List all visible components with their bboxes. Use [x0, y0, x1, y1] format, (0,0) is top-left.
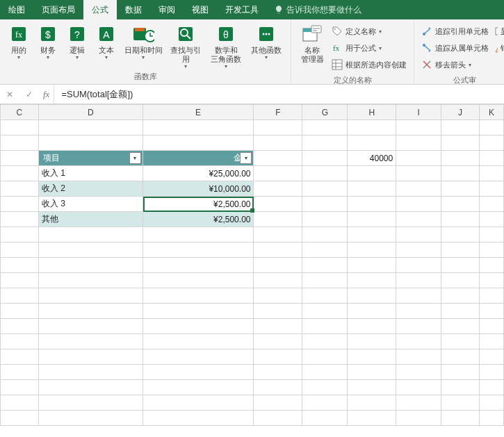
cell[interactable] — [441, 197, 480, 212]
cell[interactable] — [302, 395, 348, 411]
cell[interactable] — [396, 411, 441, 426]
cell[interactable] — [302, 319, 348, 334]
trace-precedents-button[interactable]: 追踪引用单元格 — [421, 24, 489, 39]
cell[interactable] — [302, 166, 348, 181]
cell[interactable] — [38, 227, 143, 242]
cell[interactable] — [348, 166, 396, 181]
col-header[interactable]: H — [348, 105, 396, 120]
name-manager-button[interactable]: 名称 管理器 — [295, 22, 329, 64]
cell[interactable]: 收入 3 — [38, 197, 143, 212]
cell[interactable] — [302, 197, 348, 212]
cell[interactable] — [1, 395, 39, 411]
cell[interactable] — [254, 227, 302, 242]
cell[interactable] — [254, 258, 302, 273]
cell[interactable] — [441, 349, 480, 365]
cell[interactable] — [38, 304, 143, 319]
cell[interactable]: ¥2,500.00 — [143, 212, 254, 227]
cell[interactable] — [396, 349, 441, 365]
cell[interactable] — [143, 334, 254, 349]
cell[interactable] — [302, 288, 348, 304]
cell[interactable] — [396, 181, 441, 197]
cell[interactable] — [143, 135, 254, 151]
col-header[interactable]: G — [302, 105, 348, 120]
cell[interactable] — [441, 304, 480, 319]
cell[interactable] — [1, 242, 39, 258]
cell[interactable] — [348, 349, 396, 365]
cell[interactable] — [396, 365, 441, 380]
cell[interactable] — [1, 273, 39, 288]
cell[interactable] — [396, 288, 441, 304]
define-name-button[interactable]: 定义名称▾ — [332, 24, 407, 39]
cell[interactable] — [479, 135, 503, 151]
cell[interactable] — [348, 365, 396, 380]
cell[interactable] — [1, 411, 39, 426]
cell[interactable] — [396, 227, 441, 242]
cell[interactable] — [396, 273, 441, 288]
cell[interactable] — [143, 242, 254, 258]
cell[interactable] — [348, 197, 396, 212]
cell[interactable] — [1, 304, 39, 319]
cell[interactable] — [143, 258, 254, 273]
cell[interactable] — [441, 395, 480, 411]
tab-developer[interactable]: 开发工具 — [217, 0, 267, 19]
cell[interactable] — [38, 349, 143, 365]
cell[interactable] — [441, 273, 480, 288]
cell[interactable] — [348, 334, 396, 349]
cell[interactable] — [441, 181, 480, 197]
cell[interactable] — [302, 151, 348, 166]
cell[interactable] — [441, 120, 480, 135]
cell[interactable] — [348, 380, 396, 395]
cell[interactable] — [143, 288, 254, 304]
cell[interactable]: 40000 — [348, 151, 396, 166]
cell[interactable] — [38, 135, 143, 151]
cell[interactable]: 收入 1 — [38, 166, 143, 181]
cell[interactable] — [479, 395, 503, 411]
cell[interactable] — [396, 319, 441, 334]
cell[interactable] — [479, 334, 503, 349]
cell[interactable] — [254, 395, 302, 411]
col-header[interactable]: F — [254, 105, 302, 120]
filter-button[interactable]: ▾ — [240, 152, 252, 164]
cell[interactable]: ¥10,000.00 — [143, 181, 254, 197]
cell[interactable] — [254, 380, 302, 395]
cell[interactable] — [479, 120, 503, 135]
cell[interactable] — [143, 365, 254, 380]
cell[interactable] — [254, 135, 302, 151]
cell[interactable] — [1, 166, 39, 181]
cell[interactable] — [302, 334, 348, 349]
cell[interactable] — [38, 334, 143, 349]
cell[interactable] — [441, 258, 480, 273]
cell[interactable] — [348, 242, 396, 258]
cell[interactable] — [441, 242, 480, 258]
cell[interactable] — [38, 288, 143, 304]
cell[interactable] — [441, 319, 480, 334]
cell[interactable] — [143, 273, 254, 288]
cell[interactable] — [254, 166, 302, 181]
cell[interactable] — [441, 380, 480, 395]
tab-formulas[interactable]: 公式 — [83, 0, 117, 19]
cell[interactable] — [441, 135, 480, 151]
insert-function-button[interactable]: fx — [39, 85, 54, 104]
cell[interactable] — [143, 319, 254, 334]
cell[interactable] — [1, 197, 39, 212]
cell[interactable] — [348, 258, 396, 273]
cell[interactable] — [348, 212, 396, 227]
cell[interactable] — [143, 395, 254, 411]
cell[interactable] — [1, 227, 39, 242]
formula-enter-button[interactable]: ✓ — [19, 90, 39, 99]
cell[interactable] — [396, 258, 441, 273]
filter-button[interactable]: ▾ — [129, 152, 141, 164]
cell[interactable] — [1, 212, 39, 227]
cell[interactable] — [479, 365, 503, 380]
cell[interactable] — [348, 319, 396, 334]
cell[interactable] — [1, 365, 39, 380]
cell[interactable] — [396, 151, 441, 166]
cell[interactable] — [38, 273, 143, 288]
cell[interactable] — [1, 151, 39, 166]
cell[interactable] — [1, 120, 39, 135]
col-header[interactable]: E — [143, 105, 254, 120]
cell[interactable] — [348, 120, 396, 135]
cell[interactable] — [348, 273, 396, 288]
cell[interactable] — [396, 242, 441, 258]
cell[interactable] — [302, 365, 348, 380]
